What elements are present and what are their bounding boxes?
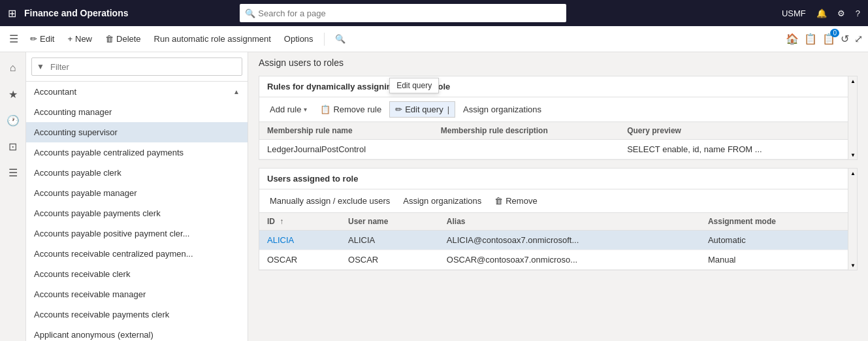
users-scrollbar: ▲ ▼: [848, 169, 857, 270]
search-bar: 🔍: [240, 4, 566, 22]
nav-favorites-icon[interactable]: ★: [3, 84, 24, 105]
menu-icon[interactable]: ☰: [5, 30, 22, 48]
col-id: ID ↑: [259, 213, 340, 231]
toolbar-divider: [324, 33, 325, 46]
cell-rule-name: LedgerJournalPostControl: [259, 140, 433, 159]
expand-icon: ▲: [233, 88, 240, 95]
run-auto-button[interactable]: Run automatic role assignment: [149, 29, 276, 50]
grid-icon[interactable]: ⊞: [8, 7, 16, 20]
sidebar-item-ar-manager[interactable]: Accounts receivable manager: [26, 284, 248, 304]
sidebar-item-ap-centralized[interactable]: Accounts payable centralized payments: [26, 142, 248, 163]
scroll-down-arrow[interactable]: ▼: [848, 261, 858, 270]
cell-alias: OSCAR@contosoax7.onmicroso...: [439, 250, 700, 270]
edit-icon: ✏: [395, 105, 402, 114]
plus-icon: +: [67, 34, 72, 44]
app-title: Finance and Operations: [24, 8, 128, 18]
cell-id: OSCAR: [259, 250, 340, 270]
cell-username: OSCAR: [340, 250, 439, 270]
sidebar-filter: ▼: [26, 52, 248, 82]
remove-user-button[interactable]: 🗑 Remove: [489, 193, 542, 208]
sidebar: ▼ Accountant ▲ Accounting manager Accoun…: [26, 52, 248, 341]
sidebar-item-ap-clerk[interactable]: Accounts payable clerk: [26, 163, 248, 183]
sidebar-item-ar-payments-clerk[interactable]: Accounts receivable payments clerk: [26, 304, 248, 325]
top-nav: ⊞ Finance and Operations 🔍 USMF 🔔 ⚙ ?: [0, 0, 868, 26]
cursor-indicator: |: [447, 105, 449, 114]
assign-orgs-users-button[interactable]: Assign organizations: [398, 193, 487, 208]
sidebar-item-ap-positive-payment[interactable]: Accounts payable positive payment cler..…: [26, 223, 248, 244]
nav-home-icon[interactable]: ⌂: [3, 57, 24, 78]
expand-icon[interactable]: ⤢: [854, 33, 863, 45]
new-button[interactable]: + New: [62, 29, 97, 50]
home-icon[interactable]: 🏠: [786, 33, 799, 45]
toolbar-right: 🏠 📋 0 📋 ↺ ⤢: [786, 33, 863, 45]
scroll-up-arrow[interactable]: ▲: [848, 169, 858, 178]
edit-icon: ✏: [30, 34, 37, 44]
sidebar-item-applicant-anonymous[interactable]: Applicant anonymous (external): [26, 325, 248, 341]
search-input[interactable]: [240, 4, 566, 22]
remove-icon: 🗑: [494, 196, 503, 206]
bookmark-icon[interactable]: 📋: [804, 33, 817, 45]
user-label: USMF: [782, 8, 806, 18]
content-area: Assign users to roles Rules for dynamica…: [248, 52, 868, 341]
manually-assign-button[interactable]: Manually assign / exclude users: [265, 193, 395, 208]
col-query-preview: Query preview: [619, 122, 848, 140]
sidebar-item-accounting-supervisor[interactable]: Accounting supervisor: [26, 122, 248, 142]
table-row[interactable]: OSCAR OSCAR OSCAR@contosoax7.onmicroso..…: [259, 250, 848, 270]
sidebar-item-ar-centralized[interactable]: Accounts receivable centralized paymen..…: [26, 244, 248, 264]
tooltip: Edit query: [389, 78, 439, 93]
remove-rule-icon: 📋: [320, 105, 330, 114]
users-toolbar: Manually assign / exclude users Assign o…: [259, 189, 848, 213]
table-row[interactable]: ALICIA ALICIA ALICIA@contosoax7.onmicros…: [259, 231, 848, 250]
gear-icon[interactable]: ⚙: [837, 8, 845, 18]
users-table: ID ↑ User name Alias Assignment mode: [259, 213, 848, 270]
edit-button[interactable]: ✏ Edit: [25, 29, 59, 50]
col-rule-name: Membership rule name: [259, 122, 433, 140]
col-rule-desc: Membership rule description: [433, 122, 619, 140]
filter-icon: ▼: [37, 62, 44, 71]
main-layout: ⌂ ★ 🕐 ⊡ ☰ ▼ Accountant ▲ Accounting mana…: [0, 52, 868, 341]
delete-button[interactable]: 🗑 Delete: [100, 29, 146, 50]
scroll-down-arrow[interactable]: ▼: [848, 150, 858, 159]
nav-modules-icon[interactable]: ☰: [3, 162, 24, 183]
filter-input[interactable]: [31, 57, 242, 76]
col-username: User name: [340, 213, 439, 231]
add-rule-chevron: ▾: [304, 106, 307, 113]
sidebar-item-ar-clerk[interactable]: Accounts receivable clerk: [26, 264, 248, 284]
edit-query-button[interactable]: ✏ Edit query |: [389, 101, 455, 118]
page-title: Assign users to roles: [259, 57, 858, 68]
rules-section: Rules for dynamically assigning users to…: [259, 76, 858, 160]
rules-section-header: Rules for dynamically assigning users to…: [259, 76, 848, 97]
options-button[interactable]: Options: [279, 29, 319, 50]
users-section: Users assigned to role Manually assign /…: [259, 168, 858, 270]
cell-mode: Automatic: [700, 231, 848, 250]
col-alias: Alias: [439, 213, 700, 231]
sidebar-item-accounting-manager[interactable]: Accounting manager: [26, 102, 248, 122]
table-row[interactable]: LedgerJournalPostControl SELECT enable, …: [259, 140, 848, 159]
badge-icon[interactable]: 0 📋: [822, 33, 835, 45]
sidebar-item-ap-payments-clerk[interactable]: Accounts payable payments clerk: [26, 203, 248, 223]
main-toolbar: ☰ ✏ Edit + New 🗑 Delete Run automatic ro…: [0, 26, 868, 52]
sidebar-item-accountant[interactable]: Accountant ▲: [26, 82, 248, 102]
toolbar-search-icon[interactable]: 🔍: [330, 31, 351, 46]
add-rule-button[interactable]: Add rule ▾: [265, 102, 312, 117]
refresh-icon[interactable]: ↺: [841, 33, 849, 45]
nav-workspace-icon[interactable]: ⊡: [3, 136, 24, 157]
remove-rule-button[interactable]: 📋 Remove rule: [315, 102, 387, 117]
help-icon[interactable]: ?: [856, 8, 860, 18]
top-nav-right: USMF 🔔 ⚙ ?: [782, 8, 860, 18]
cell-query: SELECT enable, id, name FROM ...: [619, 140, 848, 159]
cell-username: ALICIA: [340, 231, 439, 250]
nav-recent-icon[interactable]: 🕐: [3, 110, 24, 131]
sidebar-item-ap-manager[interactable]: Accounts payable manager: [26, 183, 248, 203]
users-section-header: Users assigned to role: [259, 169, 848, 189]
scroll-up-arrow[interactable]: ▲: [848, 76, 858, 86]
bell-icon[interactable]: 🔔: [816, 8, 827, 18]
cell-id: ALICIA: [259, 231, 340, 250]
sidebar-list: Accountant ▲ Accounting manager Accounti…: [26, 82, 248, 341]
col-mode: Assignment mode: [700, 213, 848, 231]
cell-mode: Manual: [700, 250, 848, 270]
edit-query-wrap: Edit query ✏ Edit query |: [389, 101, 455, 118]
left-nav-icons: ⌂ ★ 🕐 ⊡ ☰: [0, 52, 26, 341]
assign-orgs-button[interactable]: Assign organizations: [458, 102, 547, 117]
rules-table: Membership rule name Membership rule des…: [259, 122, 848, 159]
